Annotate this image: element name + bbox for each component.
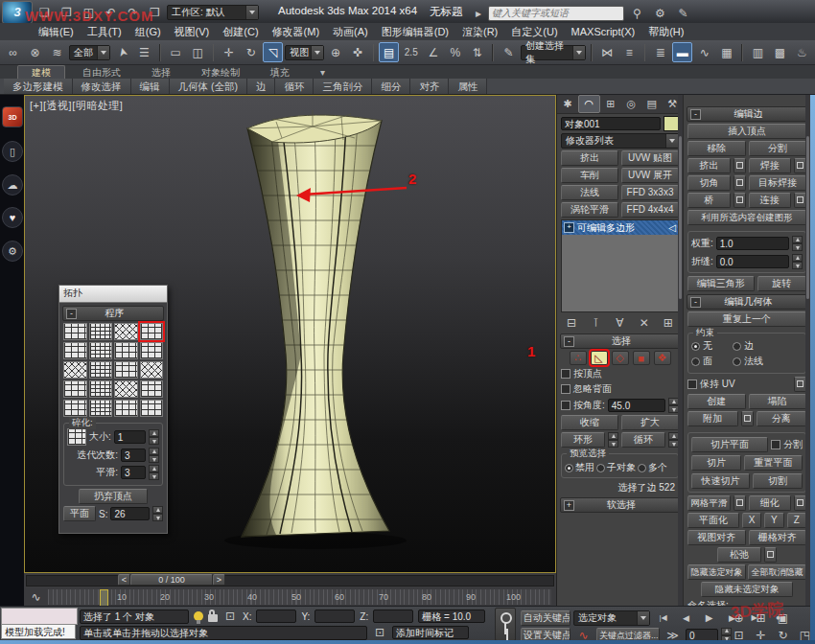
preview-subobj-radio[interactable]	[596, 464, 605, 472]
ribbon-group-properties[interactable]: 属性	[449, 79, 487, 94]
graphite-ribbon-toggle-icon[interactable]: ▬	[672, 42, 692, 62]
ignore-backfacing-checkbox[interactable]	[561, 384, 570, 394]
shrink-button[interactable]: 收缩	[561, 415, 618, 430]
turn-button[interactable]: 旋转	[757, 276, 806, 291]
select-by-name-icon[interactable]: ☰	[134, 42, 154, 62]
cut-button[interactable]: 切割	[753, 473, 803, 489]
border-subobject-icon[interactable]: ◇	[612, 351, 629, 365]
topology-dialog-title[interactable]: 拓扑	[59, 286, 167, 303]
rendered-frame-window-icon[interactable]: ▩	[770, 42, 790, 62]
tessellate-button[interactable]: 细化	[749, 495, 792, 511]
remove-modifier-icon[interactable]: ✕	[636, 314, 653, 331]
align-icon[interactable]: ≡	[619, 42, 640, 62]
planar-z-button[interactable]: Z	[787, 513, 806, 528]
topology-pattern-button[interactable]	[114, 380, 138, 398]
search-icon[interactable]: ⚲	[627, 3, 647, 23]
by-vertex-checkbox[interactable]	[561, 369, 570, 379]
show-end-result-icon[interactable]: ⊺	[587, 314, 604, 331]
spinner-snap-icon[interactable]: ⇅	[467, 42, 487, 62]
window-crossing-icon[interactable]: ◫	[188, 42, 208, 62]
keyboard-shortcut-override-icon[interactable]: ▤	[379, 42, 399, 62]
hide-unselected-button[interactable]: 隐藏未选定对象	[701, 582, 793, 597]
menu-views[interactable]: 视图(V)	[175, 25, 210, 39]
add-time-tag-field[interactable]: 添加时间标记	[392, 626, 469, 639]
display-tab-icon[interactable]: ▤	[641, 95, 663, 113]
menu-edit[interactable]: 编辑(E)	[38, 25, 74, 39]
ribbon-tab-populate[interactable]: 填充	[257, 66, 303, 79]
topology-pattern-button[interactable]	[114, 323, 138, 340]
select-and-manipulate-icon[interactable]: ✜	[348, 42, 368, 62]
ribbon-group-geometry-all[interactable]: 几何体 (全部)	[170, 79, 247, 94]
topology-pattern-button[interactable]	[140, 361, 164, 379]
collapse-icon[interactable]: -	[564, 336, 574, 347]
view-align-button[interactable]: 视图对齐	[687, 530, 746, 545]
loop-button[interactable]: 循环	[621, 432, 665, 448]
hierarchy-tab-icon[interactable]: ⊞	[600, 95, 621, 113]
modifier-list-dropdown[interactable]: 修改器列表	[561, 133, 679, 149]
collapse-icon[interactable]: -	[690, 297, 701, 308]
menu-animation[interactable]: 动画(A)	[333, 25, 368, 39]
by-angle-checkbox[interactable]	[561, 401, 570, 410]
set-keys-button[interactable]	[495, 608, 516, 641]
collapse-icon[interactable]: -	[690, 109, 701, 120]
layer-manager-icon[interactable]: ≣	[650, 42, 670, 62]
workspace-dropdown[interactable]: 工作区: 默认	[167, 5, 259, 20]
topology-pattern-button[interactable]	[63, 361, 87, 379]
y-coordinate-field[interactable]	[314, 610, 355, 623]
constraint-none-radio[interactable]	[691, 342, 700, 351]
create-tab-icon[interactable]: ✱	[557, 95, 578, 113]
iterations-field[interactable]: 3	[121, 448, 146, 462]
meshsmooth-settings-icon[interactable]	[734, 495, 746, 511]
modify-tab-icon[interactable]: ◠	[578, 95, 601, 113]
split-checkbox[interactable]	[771, 440, 780, 449]
chamfer-button[interactable]: 切角	[687, 175, 731, 191]
prev-frame-icon[interactable]: <	[118, 574, 130, 586]
hide-selected-button[interactable]: 隐藏选定对象	[687, 564, 746, 580]
extrude-button[interactable]: 挤出	[687, 158, 731, 173]
topology-pattern-button[interactable]	[140, 380, 164, 398]
document-icon[interactable]: ▯	[2, 141, 23, 162]
object-color-swatch[interactable]	[664, 116, 679, 131]
current-frame-marker[interactable]	[100, 589, 108, 607]
time-slider-thumb[interactable]: < 0 / 100 >	[118, 574, 225, 586]
element-subobject-icon[interactable]: ❖	[654, 351, 671, 365]
select-and-rotate-icon[interactable]: ↻	[241, 42, 261, 62]
ribbon-group-loops[interactable]: 循环	[275, 79, 314, 94]
angle-field[interactable]: 45.0	[608, 399, 665, 412]
selection-lock-icon[interactable]	[208, 614, 218, 622]
next-frame-icon[interactable]: >	[213, 574, 225, 586]
ffd-3x3x3-button[interactable]: FFD 3x3x3	[621, 185, 679, 200]
weld-button[interactable]: 焊接	[749, 158, 792, 173]
menu-graph-editors[interactable]: 图形编辑器(D)	[382, 25, 449, 39]
collapse-icon[interactable]: -	[66, 309, 77, 319]
slice-button[interactable]: 切片	[691, 455, 741, 471]
viewport-label[interactable]: [+][透视][明暗处理]	[30, 99, 123, 113]
reference-coordinate-dropdown[interactable]: 视图	[285, 45, 323, 60]
planar-button[interactable]: 平面	[63, 506, 96, 521]
time-slider-track[interactable]	[26, 575, 554, 586]
constraint-normal-radio[interactable]	[733, 357, 741, 366]
constraint-face-radio[interactable]	[691, 357, 700, 366]
render-production-icon[interactable]: ♨	[792, 42, 812, 62]
ribbon-group-tris[interactable]: 三角剖分	[314, 79, 372, 94]
ribbon-group-subdivision[interactable]: 细分	[372, 79, 410, 94]
polygon-subobject-icon[interactable]: ■	[633, 351, 650, 365]
ribbon-group-modify-selection[interactable]: 修改选择	[73, 79, 131, 94]
uvw-map-button[interactable]: UVW 贴图	[621, 150, 679, 166]
ribbon-tab-selection[interactable]: 选择	[138, 66, 184, 79]
object-name-field[interactable]: 对象001	[561, 117, 661, 130]
heart-icon[interactable]: ♥	[2, 207, 23, 228]
topology-pattern-button[interactable]	[89, 323, 113, 340]
absolute-offset-mode-icon[interactable]: ⊡	[222, 609, 238, 624]
x-coordinate-field[interactable]	[256, 610, 296, 623]
detach-button[interactable]: 分离	[757, 411, 807, 426]
maxscript-mini-listener[interactable]	[1, 608, 78, 625]
mirror-icon[interactable]: ⋈	[597, 42, 617, 62]
topology-pattern-button[interactable]	[89, 400, 113, 417]
percent-snap-icon[interactable]: %	[445, 42, 465, 62]
topology-pattern-button[interactable]	[89, 380, 113, 398]
isolate-selection-icon[interactable]	[194, 611, 203, 621]
topology-pattern-button[interactable]	[89, 342, 113, 359]
unlink-selection-icon[interactable]: ⊗	[25, 42, 45, 62]
edit-edges-rollout-header[interactable]: - 编辑边	[687, 106, 807, 122]
